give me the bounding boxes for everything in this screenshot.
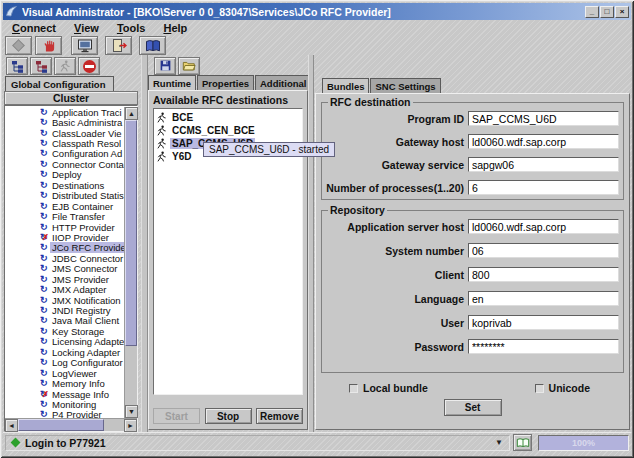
tree-item[interactable]: P4 Provider [6, 410, 124, 418]
maximize-button[interactable]: □ [600, 6, 614, 18]
destination-item[interactable]: CCMS_CEN_BCE [154, 124, 302, 137]
tree-item[interactable]: JMX Adapter [6, 284, 124, 294]
tree-item-label: ClassLoader Vie [50, 128, 124, 139]
menu-item[interactable]: Connect [3, 22, 65, 34]
field-label: Number of processes(1..20) [326, 182, 468, 194]
tree-item[interactable]: HTTP Provider [6, 222, 124, 232]
tree-item[interactable]: Connector Conta [6, 159, 124, 169]
scroll-down-button[interactable]: ▼ [125, 405, 138, 418]
scroll-right-button[interactable]: ► [124, 419, 137, 432]
tab[interactable]: SNC Settings [370, 78, 440, 93]
save-button[interactable] [154, 57, 176, 75]
field-input[interactable] [468, 315, 619, 330]
menu-item[interactable]: Tools [108, 22, 155, 34]
tree-item[interactable]: Monitoring [6, 399, 124, 409]
help-button[interactable] [139, 36, 166, 55]
title-bar[interactable]: Visual Administrator - [BKO\Server 0 0_8… [3, 3, 631, 20]
tree-item[interactable]: File Transfer [6, 211, 124, 221]
vertical-scrollbar-thumb[interactable] [125, 120, 137, 346]
tree-item[interactable]: Key Storage [6, 326, 124, 336]
scroll-left-button[interactable]: ◄ [5, 419, 18, 432]
field-input[interactable] [468, 134, 619, 149]
tree-item[interactable]: Message Info [6, 389, 124, 399]
tree-item-label: IIOP Provider [50, 232, 111, 243]
field-input[interactable] [468, 339, 619, 354]
tree-item-label: JMS Connector [50, 263, 119, 274]
tree-item[interactable]: JCo RFC Provide [6, 243, 124, 253]
tree-item[interactable]: Java Mail Client [6, 316, 124, 326]
left-splitter[interactable] [141, 55, 148, 432]
log-button[interactable] [513, 434, 532, 451]
field-input[interactable] [468, 157, 619, 172]
field-input[interactable] [468, 180, 619, 195]
tree-item[interactable]: Licensing Adapte [6, 337, 124, 347]
tree-item[interactable]: Configuration Ad [6, 149, 124, 159]
run-service-button[interactable] [54, 57, 76, 75]
expand-tree-icon [11, 60, 24, 73]
tree-item[interactable]: JMS Provider [6, 274, 124, 284]
tree-item[interactable]: LogViewer [6, 368, 124, 378]
tree-item[interactable]: Deploy [6, 170, 124, 180]
connect-button[interactable] [5, 36, 32, 55]
form-row: Program ID [326, 111, 619, 126]
tree-item[interactable]: EJB Container [6, 201, 124, 211]
view-button[interactable] [71, 36, 98, 55]
checkbox-box[interactable] [349, 384, 358, 393]
field-input[interactable] [468, 111, 619, 126]
tree-item[interactable]: Memory Info [6, 378, 124, 388]
tree-item[interactable]: JDBC Connector [6, 253, 124, 263]
dropdown-arrow-icon[interactable]: ▼ [492, 438, 506, 447]
set-button[interactable]: Set [444, 399, 502, 416]
stop-service-button[interactable] [78, 57, 100, 75]
field-label: Gateway host [326, 136, 468, 148]
service-icon [40, 160, 50, 169]
disconnect-button[interactable] [35, 36, 62, 55]
tab[interactable]: Properties [197, 75, 254, 90]
tree-item[interactable]: Distributed Statis [6, 191, 124, 201]
menu-item[interactable]: View [65, 22, 108, 34]
destination-item[interactable]: BCE [154, 111, 302, 124]
expand-tree-button[interactable] [6, 57, 28, 75]
destination-action-button[interactable]: Start [153, 408, 200, 424]
checkbox[interactable]: Unicode [535, 382, 590, 394]
tree-item[interactable]: Destinations [6, 180, 124, 190]
close-button[interactable]: × [615, 6, 629, 18]
tree-item[interactable]: Application Traci [6, 107, 124, 117]
tree-item[interactable]: JMS Connector [6, 264, 124, 274]
checkbox[interactable]: Local bundle [349, 382, 428, 394]
horizontal-scrollbar-thumb[interactable] [18, 419, 104, 431]
scroll-up-button[interactable]: ▲ [125, 107, 138, 120]
exit-button[interactable] [105, 36, 132, 55]
tree-item[interactable]: IIOP Provider [6, 232, 124, 242]
collapse-tree-button[interactable] [30, 57, 52, 75]
field-input[interactable] [468, 267, 619, 282]
tree-item[interactable]: ClassLoader Vie [6, 128, 124, 138]
tab[interactable]: Runtime [148, 75, 196, 90]
destination-action-button[interactable]: Stop [205, 408, 252, 424]
tab-global-configuration[interactable]: Global Configuration [5, 76, 114, 91]
run-service-icon [60, 60, 70, 72]
tab[interactable]: Bundles [322, 78, 369, 93]
tree-item[interactable]: Basic Administra [6, 117, 124, 127]
save-icon [159, 59, 172, 72]
connection-selector[interactable]: Login to P77921 ▼ [5, 435, 510, 451]
bundles-pane: BundlesSNC Settings RFC destination Prog… [314, 55, 631, 432]
menu-item[interactable]: Help [154, 22, 196, 34]
destination-action-button[interactable]: Remove [256, 408, 303, 424]
open-button[interactable] [178, 57, 200, 75]
connect-diamond-icon [12, 39, 25, 52]
running-man-icon [157, 112, 167, 123]
tree-item[interactable]: Log Configurator [6, 358, 124, 368]
minimize-button[interactable]: _ [585, 6, 599, 18]
checkbox-box[interactable] [535, 384, 544, 393]
tree-item[interactable]: Classpath Resol [6, 138, 124, 148]
tree-toolbar [6, 56, 102, 76]
tree-header-cluster[interactable]: Cluster [4, 91, 138, 105]
tree-item[interactable]: Locking Adapter [6, 347, 124, 357]
tree-item[interactable]: JNDI Registry [6, 305, 124, 315]
field-input[interactable] [468, 243, 619, 258]
field-input[interactable] [468, 291, 619, 306]
tab[interactable]: Additional Info [255, 75, 308, 90]
tree-item[interactable]: JMX Notification [6, 295, 124, 305]
field-input[interactable] [468, 219, 619, 234]
